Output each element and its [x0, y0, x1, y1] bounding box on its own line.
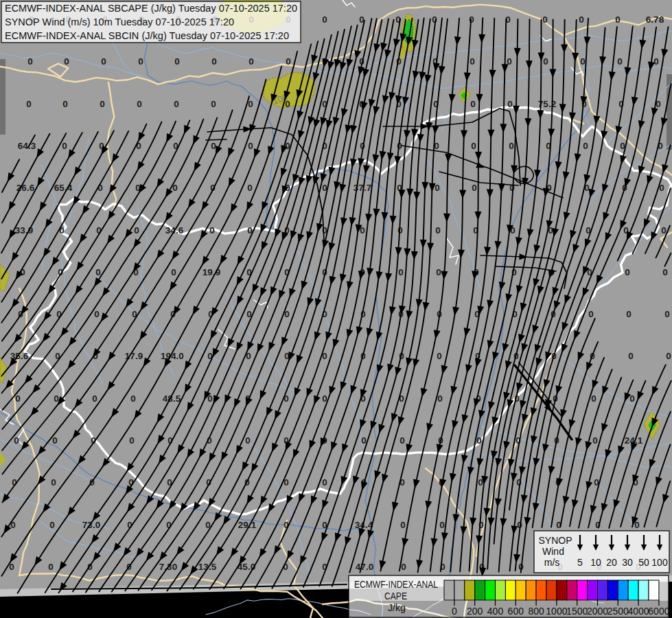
svg-text:0: 0: [439, 520, 445, 530]
svg-text:10: 10: [590, 557, 601, 568]
svg-text:0: 0: [583, 141, 588, 151]
svg-text:0: 0: [137, 99, 142, 109]
svg-text:0: 0: [653, 56, 659, 67]
svg-text:0: 0: [626, 309, 632, 319]
svg-text:0: 0: [210, 183, 216, 193]
svg-text:0: 0: [248, 56, 254, 67]
svg-text:800: 800: [528, 606, 544, 617]
svg-text:73.0: 73.0: [82, 520, 100, 530]
svg-text:0: 0: [54, 393, 59, 404]
svg-text:0: 0: [211, 141, 216, 151]
svg-text:ECMWF-INDEX-ANAL SBCIN (J/kg): ECMWF-INDEX-ANAL SBCIN (J/kg) Tuesday 07…: [5, 30, 289, 41]
svg-text:0: 0: [661, 225, 667, 236]
svg-text:0: 0: [615, 14, 621, 25]
svg-text:0: 0: [592, 435, 598, 446]
svg-text:4000: 4000: [628, 606, 649, 617]
svg-text:0: 0: [471, 141, 476, 151]
svg-text:0: 0: [662, 267, 668, 277]
svg-text:0: 0: [591, 393, 596, 404]
svg-text:0: 0: [92, 393, 97, 404]
svg-text:200: 200: [467, 606, 483, 617]
svg-text:0: 0: [62, 99, 68, 109]
svg-text:0: 0: [322, 477, 327, 488]
svg-text:0: 0: [95, 267, 101, 277]
svg-text:1000: 1000: [546, 606, 567, 617]
svg-text:0: 0: [245, 435, 251, 446]
svg-text:0: 0: [248, 99, 253, 109]
svg-text:0: 0: [580, 56, 586, 67]
svg-text:0: 0: [130, 393, 136, 404]
svg-text:0: 0: [322, 14, 327, 25]
svg-text:2000: 2000: [587, 606, 608, 617]
svg-text:0: 0: [285, 99, 290, 109]
svg-text:5: 5: [577, 557, 583, 568]
svg-text:0: 0: [52, 435, 58, 446]
svg-text:0: 0: [27, 56, 33, 67]
svg-text:0: 0: [211, 56, 217, 67]
svg-text:0: 0: [51, 477, 56, 488]
svg-text:1500: 1500: [566, 606, 588, 617]
svg-text:m/s: m/s: [544, 557, 560, 568]
svg-text:0: 0: [14, 435, 19, 446]
svg-text:0: 0: [435, 183, 440, 193]
svg-text:0: 0: [59, 225, 65, 236]
svg-text:0: 0: [476, 435, 482, 446]
svg-text:600: 600: [508, 606, 524, 617]
svg-text:0: 0: [617, 56, 623, 67]
svg-text:64.3: 64.3: [18, 141, 36, 151]
svg-text:SYNOP: SYNOP: [538, 535, 572, 546]
svg-text:2500: 2500: [607, 606, 629, 617]
svg-text:CAPE: CAPE: [384, 591, 407, 602]
svg-text:0: 0: [26, 99, 32, 109]
svg-text:0: 0: [401, 562, 406, 572]
svg-text:0: 0: [628, 351, 634, 361]
svg-text:0: 0: [579, 14, 584, 25]
svg-text:0: 0: [435, 225, 441, 236]
svg-text:0: 0: [174, 99, 179, 109]
svg-text:0: 0: [48, 562, 54, 572]
svg-text:0: 0: [15, 393, 21, 404]
svg-text:0: 0: [64, 56, 69, 67]
svg-text:0: 0: [437, 351, 442, 361]
svg-text:0: 0: [129, 435, 135, 446]
svg-text:50: 50: [638, 557, 649, 568]
svg-text:0: 0: [542, 14, 548, 25]
svg-text:0: 0: [509, 141, 514, 151]
svg-text:0: 0: [588, 309, 594, 319]
svg-text:0: 0: [400, 520, 406, 530]
svg-text:6.78: 6.78: [646, 14, 664, 25]
svg-text:30: 30: [622, 557, 633, 568]
svg-text:0: 0: [509, 183, 515, 193]
svg-text:0: 0: [452, 606, 457, 617]
svg-text:0: 0: [136, 141, 141, 151]
svg-text:0: 0: [174, 56, 180, 67]
svg-text:0: 0: [49, 520, 55, 530]
svg-text:0: 0: [138, 56, 143, 67]
svg-text:0: 0: [361, 435, 367, 446]
svg-text:0: 0: [436, 267, 441, 277]
svg-text:0: 0: [286, 56, 291, 67]
svg-text:0: 0: [432, 14, 437, 25]
svg-text:20: 20: [606, 557, 617, 568]
svg-text:0: 0: [472, 183, 477, 193]
svg-text:0: 0: [211, 99, 216, 109]
svg-text:0: 0: [664, 309, 670, 319]
svg-text:0: 0: [100, 99, 105, 109]
svg-text:13.5: 13.5: [198, 562, 217, 572]
svg-text:100: 100: [651, 557, 668, 568]
svg-text:0: 0: [543, 56, 548, 67]
svg-text:0: 0: [399, 435, 405, 446]
svg-text:400: 400: [487, 606, 504, 617]
svg-text:0: 0: [134, 225, 139, 236]
svg-text:ECMWF-INDEX-ANAL: ECMWF-INDEX-ANAL: [354, 579, 438, 590]
svg-text:Wind: Wind: [542, 546, 564, 557]
svg-text:SYNOP Wind (m/s) 10m Tuesday 0: SYNOP Wind (m/s) 10m Tuesday 07-10-2025 …: [5, 16, 234, 27]
svg-text:0: 0: [209, 225, 215, 236]
svg-text:0: 0: [625, 267, 630, 277]
svg-text:0: 0: [507, 99, 513, 109]
svg-text:6000: 6000: [648, 606, 669, 617]
svg-text:J/kg: J/kg: [388, 602, 406, 613]
svg-text:0: 0: [398, 267, 404, 277]
svg-text:47.0: 47.0: [356, 562, 373, 572]
svg-text:0: 0: [101, 56, 106, 67]
